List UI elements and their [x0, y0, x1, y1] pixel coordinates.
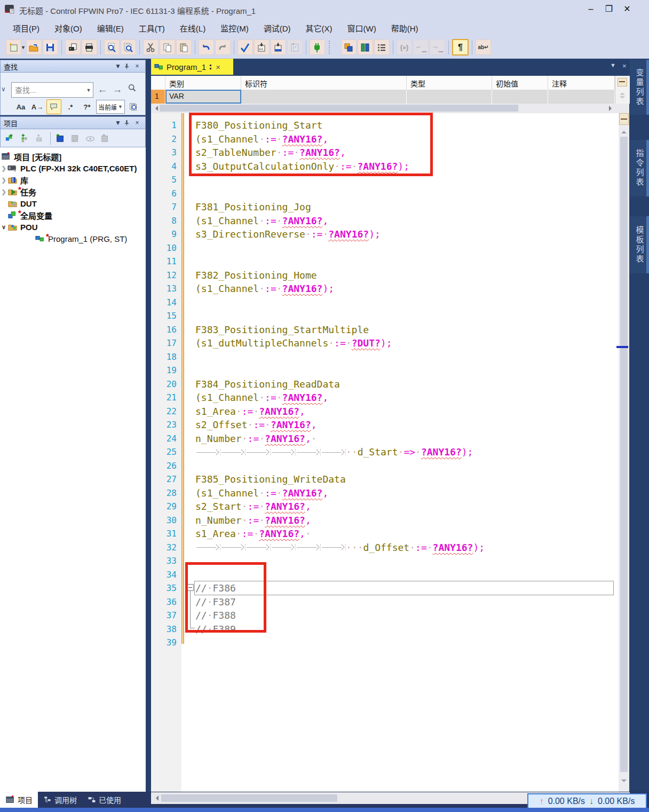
grid-cell-1[interactable]: VAR: [165, 90, 241, 104]
undo-icon[interactable]: [199, 40, 214, 55]
code-line-23[interactable]: s2_Offset·:=·?ANY16?,: [195, 418, 612, 432]
code-line-19[interactable]: [195, 364, 612, 377]
code-line-9[interactable]: s3_DirectionReverse·:=·?ANY16?);: [195, 227, 612, 241]
code-line-39[interactable]: [195, 636, 612, 650]
chevron-down-icon[interactable]: ∨: [0, 224, 7, 231]
code-line-24[interactable]: n_Number·:=·?ANY16?,·: [195, 432, 612, 446]
code-line-26[interactable]: [195, 459, 612, 473]
menu-item-9[interactable]: 窗口(W): [340, 20, 384, 36]
menu-item-6[interactable]: 监控(M): [213, 20, 256, 36]
right-tab-3[interactable]: 模板列表: [630, 216, 649, 273]
code-line-11[interactable]: [195, 255, 612, 269]
word-wrap-icon[interactable]: ab↵: [476, 40, 491, 55]
code-line-20[interactable]: F384_Positioning_ReadData: [195, 377, 612, 391]
find-next-button[interactable]: →: [110, 82, 124, 97]
tree-item-2[interactable]: ❯PLC (FP-XH 32k C40ET,C60ET): [0, 162, 146, 174]
wildcard-toggle[interactable]: ?*: [80, 99, 94, 114]
grid-cell-3[interactable]: [407, 90, 492, 104]
variable-grid-hscrollbar[interactable]: [151, 104, 629, 113]
right-tab-2[interactable]: 指令列表: [630, 140, 649, 196]
add-dut-icon[interactable]: [18, 131, 31, 145]
match-similar-toggle[interactable]: A→: [30, 99, 45, 114]
menu-item-4[interactable]: 工具(T): [131, 20, 172, 36]
show-whitespace-icon[interactable]: ¶: [452, 39, 469, 56]
cascade-windows-icon[interactable]: [341, 40, 357, 55]
menu-item-5[interactable]: 在线(L): [172, 20, 213, 36]
compile-icon[interactable]: [254, 40, 270, 55]
new-document-icon[interactable]: [6, 40, 21, 55]
project-panel-pin-icon[interactable]: [123, 119, 132, 127]
search-icon[interactable]: [128, 83, 137, 93]
variable-grid-splitter[interactable]: [615, 76, 630, 104]
regex-toggle[interactable]: .*: [63, 99, 78, 114]
code-line-18[interactable]: [195, 350, 612, 364]
code-line-31[interactable]: s1_Area·:=·?ANY16?,·: [195, 527, 612, 541]
tab-program-1[interactable]: Program_1 ×: [151, 59, 233, 75]
tab-list-dropdown-icon[interactable]: ▼: [610, 62, 616, 70]
compile-all-icon[interactable]: [271, 40, 286, 55]
insert-braces-icon[interactable]: {»}: [397, 40, 412, 55]
code-line-28[interactable]: (s1_Channel·:=·?ANY16?,: [195, 486, 612, 500]
add-task-icon[interactable]: [33, 131, 46, 145]
remove-icon[interactable]: [98, 131, 112, 145]
cut-icon[interactable]: [143, 40, 159, 55]
menu-item-7[interactable]: 调试(D): [256, 20, 298, 36]
tree-item-1[interactable]: 项目 [无标题]: [0, 151, 146, 162]
code-line-25[interactable]: ··d_Start·=>·?ANY16?);: [195, 445, 612, 459]
find-previous-button[interactable]: ←: [96, 82, 109, 97]
code-line-7[interactable]: F381_Positioning_Jog: [195, 200, 612, 214]
code-line-15[interactable]: [195, 309, 612, 323]
code-line-32[interactable]: ···d_Offset·:=·?ANY16?);: [195, 541, 612, 555]
new-window-icon[interactable]: [53, 131, 67, 145]
menu-item-3[interactable]: 编辑(E): [90, 20, 131, 36]
chevron-right-icon[interactable]: ❯: [0, 165, 7, 172]
menu-item-2[interactable]: 对象(O): [47, 20, 90, 36]
new-document-dropdown-icon[interactable]: ▼: [21, 45, 26, 50]
print-icon[interactable]: [82, 40, 97, 55]
save-project-icon[interactable]: [43, 40, 58, 55]
open-project-icon[interactable]: [26, 40, 42, 55]
check-program-icon[interactable]: [238, 40, 253, 55]
tree-item-4[interactable]: ❯*任务: [0, 186, 146, 198]
find-panel-pin-icon[interactable]: [123, 62, 132, 70]
combo-dropdown-icon[interactable]: ▼: [84, 88, 93, 93]
tree-item-6[interactable]: *全局变量: [0, 209, 146, 221]
redo-icon[interactable]: [215, 40, 231, 55]
search-all-windows-icon[interactable]: [126, 99, 141, 114]
minimize-button[interactable]: –: [582, 2, 600, 16]
view-icon[interactable]: [83, 131, 97, 145]
project-panel-menu-icon[interactable]: ▼: [113, 119, 123, 127]
code-line-27[interactable]: F385_Positioning_WriteData: [195, 472, 612, 486]
next-mark-icon[interactable]: →▁: [430, 40, 445, 55]
chevron-down-icon[interactable]: ∨: [1, 85, 6, 93]
menu-item-8[interactable]: 其它(X): [298, 20, 340, 36]
menu-item-1[interactable]: 项目(P): [5, 20, 47, 36]
grid-cell-5[interactable]: [548, 90, 615, 104]
tab-close-icon[interactable]: ×: [216, 62, 220, 72]
project-panel-close-icon[interactable]: ×: [132, 119, 142, 127]
prev-mark-icon[interactable]: ←▁: [413, 40, 429, 55]
maximize-button[interactable]: ❒: [600, 2, 618, 16]
find-icon[interactable]: [104, 40, 120, 55]
find-in-project-icon[interactable]: [121, 40, 136, 55]
code-line-8[interactable]: (s1_Channel·:=·?ANY16?,: [195, 214, 612, 228]
code-line-22[interactable]: s1_Area·:=·?ANY16?,: [195, 405, 612, 419]
online-mode-icon[interactable]: [310, 40, 325, 55]
bottom-tab-2[interactable]: 调用树: [38, 792, 82, 808]
grid-cell-2[interactable]: [241, 90, 407, 104]
vscroll-thumb[interactable]: [620, 137, 628, 772]
code-line-12[interactable]: F382_Positioning_Home: [195, 269, 612, 282]
code-editor[interactable]: 1234567891011121314151617181920212223242…: [151, 113, 619, 792]
search-combobox[interactable]: ▼: [11, 82, 93, 98]
tree-item-3[interactable]: ❯库: [0, 174, 146, 186]
search-comments-toggle[interactable]: [46, 99, 61, 114]
copy-icon[interactable]: [160, 40, 175, 55]
search-input[interactable]: [12, 86, 84, 94]
code-line-14[interactable]: [195, 296, 612, 310]
match-case-toggle[interactable]: Aa: [13, 99, 28, 114]
add-pou-icon[interactable]: [3, 131, 17, 145]
page-setup-icon[interactable]: [65, 40, 81, 55]
code-line-16[interactable]: F383_Positioning_StartMultiple: [195, 323, 612, 337]
tree-item-7[interactable]: ∨POU: [0, 221, 146, 233]
tile-windows-icon[interactable]: [358, 40, 373, 55]
